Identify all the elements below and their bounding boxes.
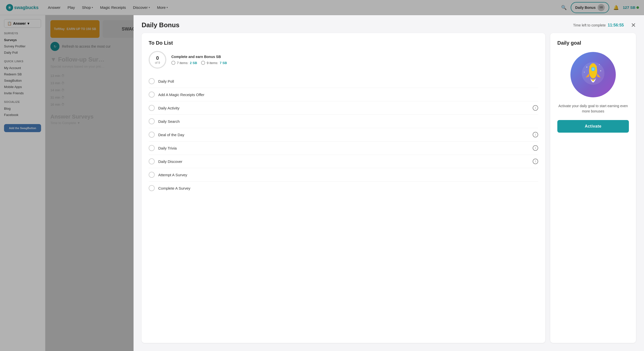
- todo-radio-0[interactable]: [149, 78, 155, 84]
- todo-panel: To Do List 0 of 9 Complete and earn Bonu…: [142, 33, 545, 343]
- todo-label-1: Add A Magic Receipts Offer: [158, 93, 538, 97]
- todo-radio-6[interactable]: [149, 158, 155, 164]
- todo-label-5: Daily Trivia: [158, 146, 529, 150]
- todo-item-7[interactable]: Attempt A Survey: [149, 168, 538, 182]
- todo-radio-1[interactable]: [149, 92, 155, 98]
- rocket-illustration: [570, 52, 616, 97]
- progress-number: 0: [156, 55, 159, 61]
- info-icon-4[interactable]: i: [533, 132, 538, 137]
- progress-of: of 9: [155, 61, 160, 65]
- todo-item-3[interactable]: Daily Search: [149, 115, 538, 128]
- todo-radio-3[interactable]: [149, 118, 155, 124]
- bonus-option-7: 7 items: 2 SB: [171, 61, 197, 65]
- daily-bonus-modal: Daily Bonus Time left to complete 11:56:…: [134, 15, 644, 351]
- option1-value: 2 SB: [190, 61, 197, 65]
- svg-point-6: [586, 67, 587, 68]
- info-icon-5[interactable]: i: [533, 145, 538, 151]
- bonus-title: Complete and earn Bonus SB: [171, 55, 538, 59]
- page-layout: 📋 Answer ▾ Surveys Surveys Survey Profil…: [0, 15, 644, 351]
- todo-label-4: Deal of the Day: [158, 133, 529, 137]
- progress-section: 0 of 9 Complete and earn Bonus SB 7 item…: [149, 51, 538, 69]
- svg-point-9: [600, 70, 601, 71]
- todo-radio-8[interactable]: [149, 185, 155, 191]
- todo-item-6[interactable]: Daily Discoveri: [149, 155, 538, 168]
- todo-radio-5[interactable]: [149, 145, 155, 151]
- info-icon-2[interactable]: i: [533, 105, 538, 111]
- option1-label: 7 items:: [177, 61, 188, 65]
- todo-radio-4[interactable]: [149, 132, 155, 138]
- todo-label-2: Daily Activity: [158, 106, 529, 110]
- radio-9[interactable]: [201, 61, 205, 65]
- goal-description: Activate your daily goal to start earnin…: [557, 103, 629, 114]
- svg-point-8: [584, 72, 585, 73]
- todo-label-7: Attempt A Survey: [158, 173, 538, 177]
- option2-value: 7 SB: [220, 61, 227, 65]
- option2-label: 9 items:: [207, 61, 218, 65]
- modal-header: Daily Bonus Time left to complete 11:56:…: [134, 15, 644, 33]
- todo-radio-7[interactable]: [149, 172, 155, 178]
- todo-item-4[interactable]: Deal of the Dayi: [149, 128, 538, 141]
- svg-point-7: [599, 64, 600, 65]
- todo-title: To Do List: [149, 40, 538, 46]
- modal-close-button[interactable]: ✕: [631, 22, 636, 29]
- bonus-option-9: 9 items: 7 SB: [201, 61, 227, 65]
- svg-point-5: [592, 68, 594, 70]
- todo-item-1[interactable]: Add A Magic Receipts Offer: [149, 88, 538, 101]
- time-left-value: 11:56:55: [608, 23, 624, 27]
- todo-item-8[interactable]: Complete A Survey: [149, 182, 538, 195]
- todo-item-0[interactable]: Daily Poll: [149, 75, 538, 88]
- modal-body: To Do List 0 of 9 Complete and earn Bonu…: [134, 33, 644, 351]
- goal-title: Daily goal: [557, 40, 581, 46]
- todo-label-8: Complete A Survey: [158, 186, 538, 190]
- activate-button[interactable]: Activate: [557, 120, 629, 133]
- todo-label-0: Daily Poll: [158, 79, 538, 83]
- todo-radio-2[interactable]: [149, 105, 155, 111]
- timer-area: Time left to complete 11:56:55 ✕: [573, 22, 636, 29]
- progress-circle: 0 of 9: [149, 51, 166, 69]
- radio-7[interactable]: [171, 61, 175, 65]
- todo-item-2[interactable]: Daily Activityi: [149, 101, 538, 115]
- todo-list: Daily PollAdd A Magic Receipts OfferDail…: [149, 75, 538, 195]
- modal-title: Daily Bonus: [142, 21, 179, 29]
- todo-item-5[interactable]: Daily Triviai: [149, 141, 538, 155]
- goal-panel: Daily goal: [550, 33, 636, 343]
- todo-label-6: Daily Discover: [158, 159, 529, 164]
- todo-label-3: Daily Search: [158, 119, 538, 124]
- time-left-label: Time left to complete: [573, 23, 606, 27]
- info-icon-6[interactable]: i: [533, 159, 538, 164]
- bonus-options: 7 items: 2 SB 9 items: 7 SB: [171, 61, 538, 65]
- bonus-info: Complete and earn Bonus SB 7 items: 2 SB…: [171, 55, 538, 65]
